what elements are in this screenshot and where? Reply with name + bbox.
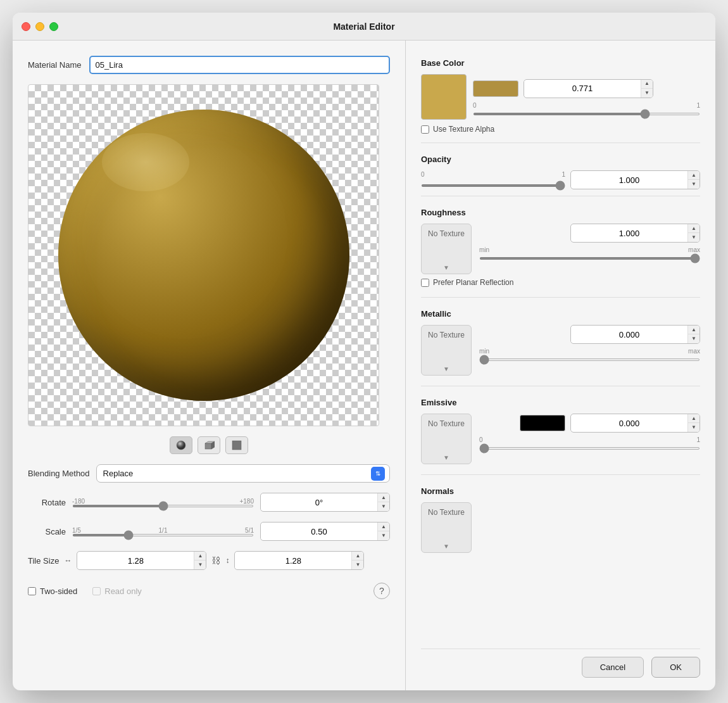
emissive-row: No Texture ▼ ▲ ▼ bbox=[421, 414, 700, 464]
roughness-up-btn[interactable]: ▲ bbox=[688, 224, 700, 233]
two-sided-label[interactable]: Two-sided bbox=[28, 586, 77, 596]
opacity-slider-labels: 0 1 bbox=[421, 171, 565, 178]
close-button[interactable] bbox=[22, 22, 30, 31]
metallic-down-btn[interactable]: ▼ bbox=[688, 334, 700, 343]
base-color-slider-labels: 0 1 bbox=[473, 102, 700, 109]
base-color-controls: ▲ ▼ 0 1 bbox=[473, 79, 700, 115]
flat-preview-btn[interactable] bbox=[225, 436, 248, 454]
emissive-input[interactable] bbox=[571, 416, 687, 431]
svg-rect-4 bbox=[232, 441, 241, 450]
roughness-input[interactable] bbox=[571, 226, 687, 241]
divider-5 bbox=[421, 474, 700, 475]
prefer-planar-checkbox[interactable] bbox=[421, 279, 429, 287]
material-name-input[interactable] bbox=[89, 56, 390, 74]
rotate-input[interactable] bbox=[261, 495, 377, 510]
metallic-slider[interactable] bbox=[479, 358, 700, 361]
minimize-button[interactable] bbox=[35, 22, 44, 31]
svg-rect-1 bbox=[205, 443, 211, 449]
tile-w-input[interactable] bbox=[77, 554, 194, 568]
rotate-slider[interactable] bbox=[72, 505, 254, 507]
metallic-controls: ▲ ▼ min max bbox=[479, 325, 700, 361]
preview-area bbox=[28, 84, 379, 426]
opacity-input[interactable] bbox=[571, 173, 687, 187]
metallic-min-label: min bbox=[479, 348, 489, 355]
tile-height-icon: ↕ bbox=[225, 556, 229, 565]
base-color-input[interactable] bbox=[524, 81, 641, 96]
cube-preview-btn[interactable] bbox=[198, 436, 220, 454]
roughness-texture-slot[interactable]: No Texture ▼ bbox=[421, 224, 472, 274]
roughness-down-btn[interactable]: ▼ bbox=[688, 233, 700, 242]
metallic-row: No Texture ▼ ▲ ▼ min bbox=[421, 325, 700, 376]
rotate-section: Rotate -180 +180 ▲ ▼ bbox=[28, 493, 390, 512]
use-texture-alpha-checkbox[interactable] bbox=[421, 125, 429, 134]
emissive-slider[interactable] bbox=[479, 447, 700, 450]
titlebar: Material Editor bbox=[13, 13, 715, 41]
roughness-slider[interactable] bbox=[479, 257, 700, 260]
maximize-button[interactable] bbox=[49, 22, 58, 31]
base-color-down-btn[interactable]: ▼ bbox=[641, 89, 653, 98]
normals-texture-slot[interactable]: No Texture ▼ bbox=[421, 502, 472, 553]
tile-h-up-btn[interactable]: ▲ bbox=[352, 552, 363, 560]
read-only-label: Read only bbox=[92, 586, 142, 596]
two-sided-checkbox[interactable] bbox=[28, 587, 36, 595]
metallic-slider-labels: min max bbox=[479, 348, 700, 355]
opacity-row: 0 1 ▲ ▼ bbox=[421, 170, 700, 189]
blending-select[interactable]: Replace Add Multiply Mix bbox=[96, 464, 390, 483]
opacity-slider[interactable] bbox=[421, 184, 565, 187]
base-color-row: ▲ ▼ 0 1 bbox=[421, 74, 700, 120]
roughness-controls: ▲ ▼ min max bbox=[479, 224, 700, 260]
use-texture-alpha-row[interactable]: Use Texture Alpha bbox=[421, 125, 700, 134]
emissive-spinbox-btns: ▲ ▼ bbox=[687, 414, 700, 432]
scale-range-container: 1/5 1/1 5/1 bbox=[72, 527, 254, 536]
tile-w-btns: ▲ ▼ bbox=[194, 552, 206, 569]
sphere-preview-btn[interactable] bbox=[170, 436, 192, 454]
rotate-label: Rotate bbox=[28, 498, 66, 507]
emissive-down-btn[interactable]: ▼ bbox=[688, 423, 700, 432]
scale-slider[interactable] bbox=[72, 534, 254, 536]
tile-link-icon[interactable]: ⛓ bbox=[211, 555, 220, 566]
tile-h-down-btn[interactable]: ▼ bbox=[352, 560, 363, 569]
rotate-row: Rotate -180 +180 ▲ ▼ bbox=[28, 493, 390, 512]
base-color-large-swatch[interactable] bbox=[421, 74, 467, 120]
base-color-up-btn[interactable]: ▲ bbox=[641, 80, 653, 89]
scale-input[interactable] bbox=[261, 524, 377, 539]
rotate-up-btn[interactable]: ▲ bbox=[378, 493, 389, 502]
cancel-button[interactable]: Cancel bbox=[582, 657, 644, 678]
metallic-texture-label: No Texture bbox=[428, 331, 465, 341]
tile-h-btns: ▲ ▼ bbox=[351, 552, 363, 569]
opacity-max-label: 1 bbox=[562, 171, 565, 178]
tile-w-down-btn[interactable]: ▼ bbox=[194, 560, 206, 569]
rotate-down-btn[interactable]: ▼ bbox=[378, 502, 389, 511]
tile-h-input[interactable] bbox=[235, 554, 351, 568]
emissive-up-btn[interactable]: ▲ bbox=[688, 414, 700, 423]
divider-2 bbox=[421, 196, 700, 196]
opacity-up-btn[interactable]: ▲ bbox=[688, 171, 700, 180]
scale-row: Scale 1/5 1/1 5/1 ▲ ▼ bbox=[28, 522, 390, 541]
roughness-title: Roughness bbox=[421, 208, 700, 217]
normals-texture-label: No Texture bbox=[428, 508, 465, 518]
opacity-down-btn[interactable]: ▼ bbox=[688, 180, 700, 189]
metallic-max-label: max bbox=[688, 348, 700, 355]
metallic-up-btn[interactable]: ▲ bbox=[688, 326, 700, 334]
rotate-range-container: -180 +180 bbox=[72, 498, 254, 507]
scale-spinbox: ▲ ▼ bbox=[260, 522, 390, 541]
opacity-min-label: 0 bbox=[421, 171, 425, 178]
scale-down-btn[interactable]: ▼ bbox=[378, 531, 389, 540]
material-name-row: Material Name bbox=[28, 56, 390, 74]
prefer-planar-row[interactable]: Prefer Planar Reflection bbox=[421, 278, 700, 287]
ok-button[interactable]: OK bbox=[651, 657, 700, 678]
scale-up-btn[interactable]: ▲ bbox=[378, 522, 389, 531]
base-color-small-swatch[interactable] bbox=[473, 80, 518, 97]
material-editor-window: Material Editor Material Name bbox=[13, 13, 715, 690]
metallic-input[interactable] bbox=[571, 327, 687, 342]
emissive-texture-slot[interactable]: No Texture ▼ bbox=[421, 414, 472, 464]
base-color-max-label: 1 bbox=[696, 102, 700, 109]
use-texture-alpha-label: Use Texture Alpha bbox=[433, 125, 494, 134]
base-color-slider[interactable] bbox=[473, 113, 700, 115]
help-button[interactable]: ? bbox=[373, 583, 390, 599]
opacity-spinbox-btns: ▲ ▼ bbox=[687, 171, 700, 189]
emissive-color-swatch[interactable] bbox=[520, 415, 565, 431]
base-color-spinbox-btns: ▲ ▼ bbox=[641, 80, 653, 98]
tile-w-up-btn[interactable]: ▲ bbox=[194, 552, 206, 560]
metallic-texture-slot[interactable]: No Texture ▼ bbox=[421, 325, 472, 376]
